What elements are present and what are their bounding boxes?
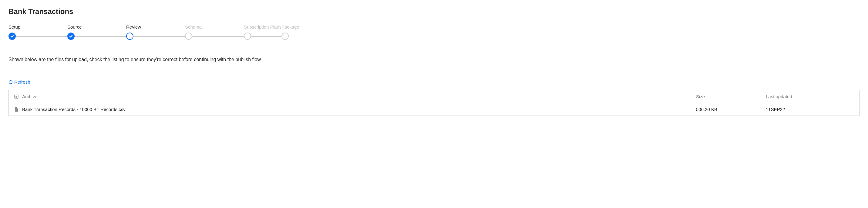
refresh-label: Refresh <box>14 79 30 84</box>
file-updated: 11SEP22 <box>766 107 854 112</box>
step-label: Schema <box>185 24 202 29</box>
step-connector <box>16 36 67 36</box>
check-icon <box>69 34 73 38</box>
refresh-icon <box>8 80 13 84</box>
step-connector <box>192 36 244 36</box>
step-circle-pending <box>244 32 251 40</box>
step-label: Subscription Plans <box>244 24 281 29</box>
step-connector <box>74 36 126 36</box>
step-label: Setup <box>8 24 20 29</box>
file-table: Archive Size Last updated Bank Transacti… <box>8 90 860 116</box>
header-archive: Archive <box>22 94 37 99</box>
stepper: Setup Source Review Schema S <box>8 24 330 40</box>
step-review[interactable]: Review <box>126 24 185 40</box>
step-setup[interactable]: Setup <box>8 24 67 40</box>
file-name: Bank Transaction Records - 10000 BT Reco… <box>22 107 126 112</box>
refresh-button[interactable]: Refresh <box>8 79 30 84</box>
step-subscription-plans: Subscription Plans <box>244 24 281 40</box>
step-circle-pending <box>281 32 289 40</box>
step-package: Package <box>281 24 299 40</box>
check-icon <box>10 34 14 38</box>
page-title: Bank Transactions <box>8 7 860 16</box>
expand-all-icon[interactable] <box>14 95 19 99</box>
step-label: Source <box>67 24 82 29</box>
file-icon <box>14 107 19 112</box>
header-updated: Last updated <box>766 94 854 99</box>
step-connector <box>251 36 281 36</box>
step-label: Review <box>126 24 141 29</box>
step-circle-pending <box>185 32 192 40</box>
step-circle-done <box>67 32 74 40</box>
step-circle-done <box>8 32 16 40</box>
step-schema: Schema <box>185 24 244 40</box>
table-row[interactable]: Bank Transaction Records - 10000 BT Reco… <box>9 103 859 115</box>
description-text: Shown below are the files for upload, ch… <box>8 57 860 62</box>
step-circle-current <box>126 32 133 40</box>
table-header: Archive Size Last updated <box>9 90 859 103</box>
file-size: 506.20 KB <box>696 107 766 112</box>
step-source[interactable]: Source <box>67 24 126 40</box>
header-size: Size <box>696 94 766 99</box>
step-connector <box>133 36 185 36</box>
step-label: Package <box>281 24 299 29</box>
